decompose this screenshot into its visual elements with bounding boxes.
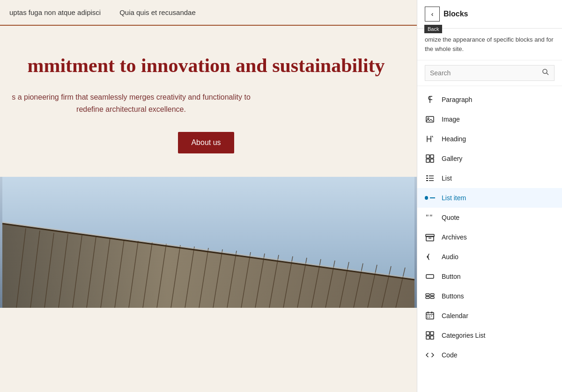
heading-icon	[425, 134, 435, 144]
block-label-list-item: List item	[442, 194, 466, 202]
hero-description: s a pioneering firm that seamlessly merg…	[9, 91, 253, 115]
sidebar-title: Blocks	[444, 10, 468, 18]
blocks-list: Paragraph Image Heading	[417, 86, 562, 369]
search-container	[417, 60, 562, 86]
svg-rect-68	[430, 336, 434, 339]
block-label-calendar: Calendar	[442, 312, 468, 319]
svg-rect-53	[430, 294, 434, 296]
image-icon	[425, 114, 435, 124]
block-item-categories-list[interactable]: Categories List	[417, 326, 562, 345]
search-input-wrap	[425, 65, 555, 81]
sidebar-header: ‹ Back Blocks	[417, 0, 562, 29]
block-label-gallery: Gallery	[442, 155, 462, 162]
nav-link-1[interactable]: uptas fuga non atque adipisci	[9, 8, 101, 16]
svg-text:": "	[426, 213, 429, 221]
audio-icon	[425, 252, 435, 262]
svg-rect-37	[430, 155, 434, 158]
hero-title: mmitment to innovation and sustainabilit…	[9, 54, 403, 77]
block-label-button: Button	[442, 273, 460, 280]
block-label-code: Code	[442, 351, 457, 359]
block-label-heading: Heading	[442, 135, 466, 143]
about-us-button[interactable]: About us	[178, 132, 234, 153]
hero-image	[0, 177, 417, 308]
svg-rect-38	[426, 159, 429, 162]
svg-point-61	[429, 316, 430, 317]
gallery-icon	[425, 153, 435, 164]
sidebar-description: omize the appearance of specific blocks …	[417, 29, 562, 60]
svg-point-32	[543, 69, 547, 73]
svg-rect-67	[426, 336, 429, 339]
svg-point-35	[428, 118, 429, 119]
block-item-gallery[interactable]: Gallery	[417, 149, 562, 168]
block-label-quote: Quote	[442, 214, 459, 221]
list-item-icon	[425, 193, 435, 203]
building-illustration	[0, 177, 417, 308]
svg-text:": "	[429, 213, 433, 221]
svg-point-62	[431, 316, 432, 317]
block-item-archives[interactable]: Archives	[417, 227, 562, 247]
main-content: uptas fuga non atque adipisci Quia quis …	[0, 0, 417, 392]
nav-link-2[interactable]: Quia quis et recusandae	[119, 8, 196, 16]
back-button[interactable]: ‹ Back	[425, 7, 440, 22]
block-item-button[interactable]: Button	[417, 267, 562, 286]
svg-rect-54	[426, 297, 429, 298]
block-label-buttons: Buttons	[442, 292, 464, 300]
svg-rect-52	[426, 294, 429, 296]
block-item-calendar[interactable]: Calendar	[417, 306, 562, 326]
block-label-archives: Archives	[442, 233, 467, 241]
block-item-heading[interactable]: Heading	[417, 129, 562, 149]
block-item-audio[interactable]: Audio	[417, 247, 562, 267]
buttons-icon	[425, 291, 435, 301]
search-input[interactable]	[430, 69, 542, 77]
sidebar: ‹ Back Blocks omize the appearance of sp…	[417, 0, 562, 392]
svg-rect-39	[430, 159, 434, 162]
block-item-list-item[interactable]: List item	[417, 188, 562, 208]
block-label-list: List	[442, 174, 452, 182]
quote-icon: " "	[425, 212, 435, 223]
block-item-quote[interactable]: " " Quote	[417, 208, 562, 227]
nav-links: uptas fuga non atque adipisci Quia quis …	[0, 0, 417, 26]
svg-rect-65	[426, 332, 429, 335]
code-icon	[425, 350, 435, 360]
button-icon	[425, 271, 435, 282]
block-item-list[interactable]: List	[417, 168, 562, 188]
list-icon	[425, 173, 435, 183]
calendar-icon	[425, 311, 435, 321]
hero-section: mmitment to innovation and sustainabilit…	[0, 26, 417, 172]
block-label-paragraph: Paragraph	[442, 96, 472, 103]
svg-rect-66	[430, 332, 434, 335]
block-item-paragraph[interactable]: Paragraph	[417, 90, 562, 109]
back-tooltip: Back	[424, 25, 442, 33]
block-label-image: Image	[442, 116, 460, 123]
block-item-code[interactable]: Code	[417, 345, 562, 365]
search-icon[interactable]	[542, 68, 549, 78]
categories-list-icon	[425, 330, 435, 341]
block-label-categories-list: Categories List	[442, 332, 485, 339]
svg-rect-49	[426, 234, 434, 237]
block-label-audio: Audio	[442, 253, 458, 261]
svg-point-60	[428, 316, 429, 317]
svg-point-63	[428, 317, 429, 318]
block-item-image[interactable]: Image	[417, 109, 562, 129]
archives-icon	[425, 232, 435, 242]
svg-rect-55	[430, 297, 434, 298]
paragraph-icon	[425, 94, 435, 105]
svg-line-33	[547, 73, 548, 75]
block-item-buttons[interactable]: Buttons	[417, 286, 562, 306]
svg-rect-51	[426, 275, 434, 278]
svg-point-64	[429, 317, 430, 318]
svg-rect-36	[426, 155, 429, 158]
